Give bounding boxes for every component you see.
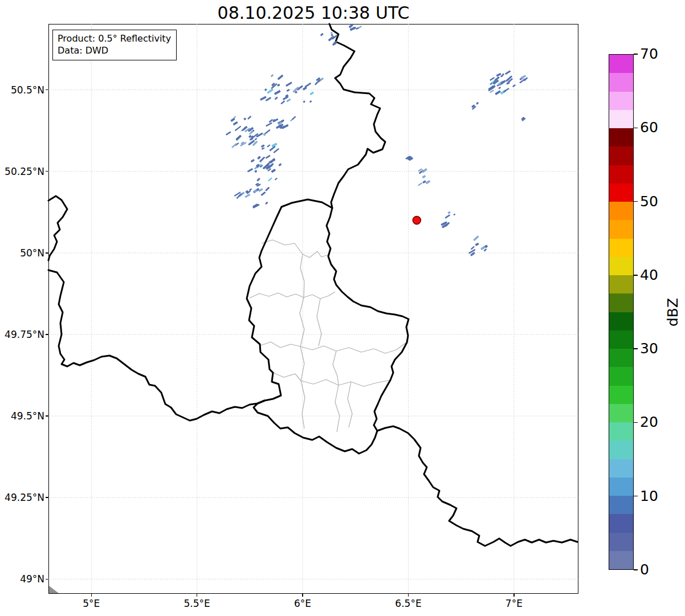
y-axis-tick-mark: [46, 497, 48, 497]
page-title: 08.10.2025 10:38 UTC: [48, 3, 578, 23]
colorbar-tick-label: 20: [640, 414, 658, 430]
colorbar-tick-mark: [634, 496, 638, 497]
x-axis-tick-label: 5°E: [83, 598, 100, 609]
colorbar-tick-mark: [634, 54, 638, 55]
colorbar-segment: [609, 349, 633, 367]
colorbar-axis-label: dBZ: [664, 298, 681, 327]
colorbar-segment: [609, 514, 633, 532]
colorbar-segment: [609, 146, 633, 165]
x-axis-tick-label: 6°E: [294, 598, 311, 609]
colorbar-segment: [609, 386, 633, 404]
x-axis-tick-label: 6.5°E: [395, 598, 421, 609]
colorbar-tick-label: 40: [640, 267, 658, 283]
colorbar-segment: [609, 478, 633, 496]
x-axis-tick-label: 5.5°E: [184, 598, 210, 609]
y-axis-tick-label: 50°N: [0, 247, 44, 259]
colorbar: [609, 54, 634, 570]
colorbar-segment: [609, 275, 633, 293]
colorbar-segment: [609, 183, 633, 202]
x-axis-tick-mark: [302, 594, 303, 597]
colorbar-segment: [609, 496, 633, 514]
colorbar-segment: [609, 73, 633, 91]
colorbar-segment: [609, 551, 633, 569]
colorbar-segment: [609, 312, 633, 331]
x-axis-tick-mark: [91, 594, 92, 597]
y-axis-tick-label: 49.75°N: [0, 329, 44, 340]
info-box: Product: 0.5° Reflectivity Data: DWD: [52, 30, 177, 60]
colorbar-segment: [609, 404, 633, 422]
y-axis-tick-label: 50.25°N: [0, 166, 44, 177]
colorbar-segment: [609, 367, 633, 385]
colorbar-tick-mark: [634, 128, 638, 129]
colorbar-segment: [609, 92, 633, 110]
radar-figure: 08.10.2025 10:38 UTC Product: 0.5° Refl: [0, 0, 685, 616]
x-axis-tick-mark: [408, 594, 409, 597]
colorbar-segment: [609, 55, 633, 73]
colorbar-segment: [609, 165, 633, 183]
info-box-product-line: Product: 0.5° Reflectivity: [58, 32, 171, 44]
x-axis-tick-mark: [197, 594, 197, 597]
x-axis-tick-label: 7°E: [505, 598, 523, 609]
colorbar-tick-mark: [634, 422, 638, 423]
colorbar-segment: [609, 422, 633, 440]
colorbar-segment: [609, 110, 633, 128]
colorbar-tick-label: 0: [640, 561, 649, 578]
colorbar-segment: [609, 202, 633, 220]
colorbar-tick-mark: [634, 348, 638, 349]
map-plot-area: [48, 24, 578, 594]
colorbar-segment: [609, 459, 633, 478]
info-box-data-line: Data: DWD: [58, 44, 171, 56]
y-axis-tick-label: 49°N: [0, 573, 44, 585]
colorbar-tick-label: 10: [640, 488, 658, 504]
colorbar-tick-label: 30: [640, 340, 658, 357]
y-axis-tick-mark: [46, 171, 48, 172]
colorbar-segment: [609, 533, 633, 551]
colorbar-segment: [609, 220, 633, 238]
y-axis-tick-label: 49.5°N: [0, 410, 44, 422]
y-axis-tick-label: 49.25°N: [0, 492, 44, 503]
colorbar-segment: [609, 128, 633, 146]
colorbar-segment: [609, 257, 633, 275]
y-axis-tick-mark: [46, 334, 48, 334]
colorbar-segment: [609, 440, 633, 459]
y-axis-tick-label: 50.5°N: [0, 84, 44, 96]
colorbar-tick-label: 50: [640, 193, 658, 209]
x-axis-tick-mark: [513, 594, 514, 597]
colorbar-tick-label: 70: [640, 46, 658, 62]
colorbar-tick-mark: [634, 201, 638, 202]
y-axis-tick-mark: [46, 252, 48, 253]
colorbar-segment: [609, 239, 633, 257]
colorbar-segment: [609, 293, 633, 312]
colorbar-tick-label: 60: [640, 119, 658, 136]
colorbar-segment: [609, 331, 633, 349]
y-axis-tick-mark: [46, 89, 48, 90]
colorbar-tick-mark: [634, 569, 638, 570]
y-axis-tick-mark: [46, 579, 48, 580]
y-axis-tick-mark: [46, 415, 48, 416]
colorbar-tick-mark: [634, 275, 638, 276]
